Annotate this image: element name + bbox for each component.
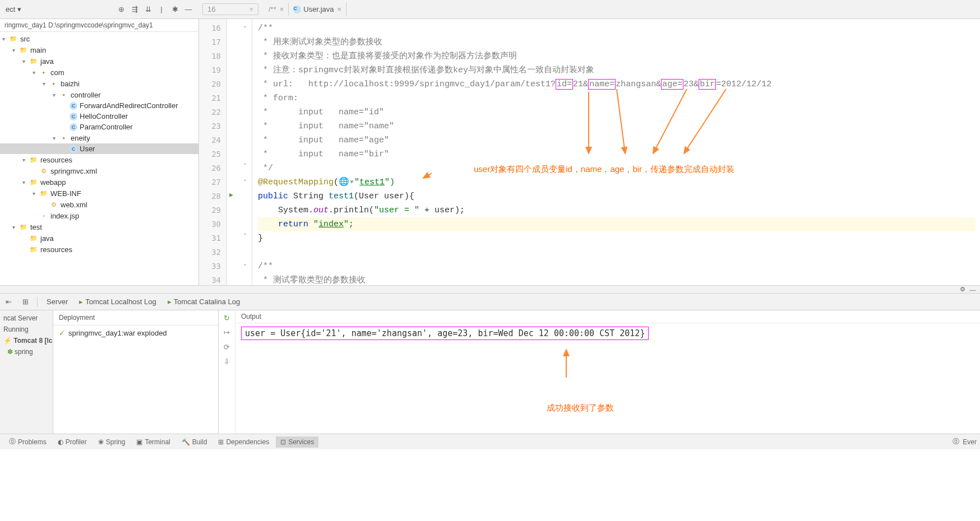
project-tree-panel: ringmvc_day1 D:\springmvccode\springmvc_… — [0, 19, 199, 285]
run-gutter-icon[interactable]: ▸ — [229, 190, 233, 199]
tree-node-main[interactable]: ▾📁main — [0, 44, 198, 55]
project-dropdown[interactable]: ect ▾ — [2, 5, 25, 13]
output-panel: ↻ ↦ ⟳ ⇩ Output user = User{id='21', name… — [219, 310, 980, 434]
layout-icon[interactable]: ⇤ — [3, 297, 13, 307]
tree-node-test[interactable]: ▾📁test — [0, 221, 198, 232]
tree-node-springmvc.xml[interactable]: ⚙springmvc.xml — [0, 165, 198, 176]
tree-node-web.xml[interactable]: ⚙web.xml — [0, 199, 198, 210]
editor-tab-user[interactable]: C User.java× — [289, 3, 346, 16]
breadcrumb: ringmvc_day1 D:\springmvccode\springmvc_… — [0, 19, 198, 32]
refresh-icon[interactable]: ⟳ — [222, 342, 232, 352]
download-icon[interactable]: ⇩ — [222, 356, 232, 366]
footer-right: ⓪ Ever — [953, 437, 977, 446]
server-item[interactable]: ncat Server — [2, 313, 50, 324]
minimize-icon[interactable]: — — [968, 285, 978, 295]
minimize-icon[interactable]: — — [183, 4, 193, 15]
footer-spring[interactable]: ❀ Spring — [94, 436, 130, 448]
annotation-output: 成功接收到了参数 — [547, 403, 614, 413]
tree-node-com[interactable]: ▾▪com — [0, 67, 198, 78]
tree-node-eneity[interactable]: ▾▪eneity — [0, 132, 198, 143]
run-icon[interactable]: ↻ — [222, 313, 232, 323]
tree-node-controller[interactable]: ▾▪controller — [0, 89, 198, 100]
tree-node-paramcontroller[interactable]: CParamController — [0, 122, 198, 132]
fold-marker[interactable]: ⌄ — [243, 176, 247, 182]
tree-node-webapp[interactable]: ▾📁webapp — [0, 176, 198, 188]
footer-problems[interactable]: ⓪ Problems — [4, 435, 51, 448]
check-icon: ✓ — [59, 329, 65, 337]
editor-tab-comment[interactable]: /**× — [264, 3, 289, 16]
fold-marker[interactable]: ⌄ — [243, 260, 247, 267]
tree-node-java[interactable]: 📁java — [0, 232, 198, 244]
project-tree[interactable]: ▾📁src▾📁main▾📁java▾▪com▾▪baizhi▾▪controll… — [0, 32, 198, 285]
annotation-right: user对象有四个成员变量id，name，age，bir，传递参数完成自动封装 — [474, 162, 734, 176]
threads-icon[interactable]: ⊞ — [20, 297, 30, 307]
code-editor[interactable]: user对象有四个成员变量id，name，age，bir，传递参数完成自动封装 … — [252, 19, 980, 285]
tab-localhost-log[interactable]: ▸Tomcat Localhost Log — [73, 295, 161, 308]
deployment-item[interactable]: ✓ springmvc_day1:war exploded — [53, 325, 218, 341]
deployment-header: Deployment — [53, 310, 218, 325]
expand-icon[interactable]: ⇊ — [143, 4, 153, 15]
tree-node-resources[interactable]: 📁resources — [0, 244, 198, 255]
gutter: 16171819202122232425262728293031323334 — [199, 19, 227, 285]
tree-node-java[interactable]: ▾📁java — [0, 55, 198, 67]
footer-dependencies[interactable]: ⊞ Dependencies — [214, 436, 274, 448]
close-icon[interactable]: × — [338, 5, 342, 13]
tree-node-src[interactable]: ▾📁src — [0, 33, 198, 44]
deployment-panel: Deployment ✓ springmvc_day1:war exploded — [53, 310, 219, 434]
bottom-panel: ⚙ — ⇤ ⊞ Server ▸Tomcat Localhost Log ▸To… — [0, 285, 980, 434]
tree-node-user[interactable]: CUser — [0, 143, 198, 154]
divider: | — [156, 4, 167, 15]
close-icon[interactable]: × — [280, 5, 284, 13]
footer-terminal[interactable]: ▣ Terminal — [132, 436, 174, 448]
editor-panel: 16171819202122232425262728293031323334 ⌄… — [199, 19, 980, 285]
gear-icon[interactable]: ⚙ — [958, 285, 968, 295]
step-icon[interactable]: ↦ — [222, 327, 232, 337]
tree-node-forwardandredirectcontroller[interactable]: CForwardAndRedirectController — [0, 100, 198, 111]
footer-profiler[interactable]: ◐ Profiler — [53, 436, 91, 448]
fold-marker[interactable]: ⌃ — [243, 162, 247, 169]
tab-catalina-log[interactable]: ▸Tomcat Catalina Log — [162, 295, 246, 308]
tree-node-baizhi[interactable]: ▾▪baizhi — [0, 78, 198, 89]
server-list[interactable]: ncat ServerRunning⚡ Tomcat 8 [lc ✽ sprin… — [0, 310, 53, 434]
settings-icon[interactable]: ✱ — [170, 4, 180, 15]
footer-tabs: ⓪ Problems ◐ Profiler ❀ Spring ▣ Termina… — [0, 434, 980, 449]
fold-marker[interactable]: ⌃ — [243, 232, 247, 239]
tree-node-index.jsp[interactable]: ▫index.jsp — [0, 210, 198, 221]
collapse-icon[interactable]: ⇶ — [130, 4, 140, 15]
locate-icon[interactable]: ⊕ — [116, 4, 126, 15]
fold-marker[interactable]: ⌄ — [243, 22, 247, 29]
tree-node-resources[interactable]: ▾📁resources — [0, 154, 198, 165]
tab-server[interactable]: Server — [41, 295, 73, 308]
tree-node-web-inf[interactable]: ▾📁WEB-INF — [0, 188, 198, 199]
footer-services[interactable]: ⊡ Services — [276, 436, 318, 448]
footer-build[interactable]: 🔨 Build — [177, 436, 212, 448]
server-item[interactable]: ⚡ Tomcat 8 [lc — [2, 335, 50, 346]
tree-node-hellocontroller[interactable]: CHelloController — [0, 111, 198, 122]
top-toolbar: ect ▾ ⊕ ⇶ ⇊ | ✱ — 16 ▾ /**× C User.java× — [0, 0, 980, 19]
gutter-extra: ⌄ ⌃ ⌄ ▸ ⌃ ⌄ — [227, 19, 252, 285]
output-toolbar: ↻ ↦ ⟳ ⇩ — [219, 310, 235, 434]
line-indicator[interactable]: 16 ▾ — [202, 3, 258, 15]
output-header: Output — [235, 310, 980, 323]
server-item[interactable]: ✽ spring — [2, 346, 50, 357]
server-item[interactable]: Running — [2, 324, 50, 335]
